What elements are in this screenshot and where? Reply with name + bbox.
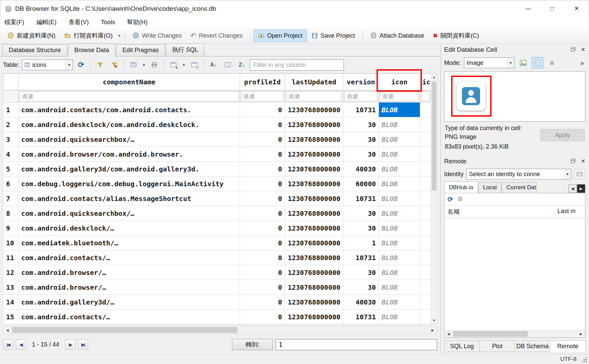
cell-lastUpdated[interactable]: 1230768000000	[285, 265, 343, 280]
cell-componentName[interactable]: com.android.contacts/com.android.contact…	[18, 103, 240, 117]
minimize-button[interactable]: —	[516, 0, 540, 17]
cell-lastUpdated[interactable]: 1230768000000	[285, 191, 343, 206]
cell-profileId[interactable]: 0	[240, 250, 285, 265]
close-panel-icon[interactable]: ✕	[581, 46, 585, 53]
text-view-button[interactable]	[532, 57, 543, 69]
clear-filters-button[interactable]	[108, 59, 120, 71]
cell-componentName[interactable]: com.android.contacts/…	[18, 310, 240, 324]
horizontal-scroll-track[interactable]	[11, 326, 429, 334]
cell-profileId[interactable]: 0	[240, 310, 285, 324]
global-filter-input[interactable]	[250, 59, 344, 71]
revert-changes-button[interactable]: ↶ Revert Changes	[186, 29, 247, 42]
filter-input-version[interactable]	[344, 91, 378, 101]
menu-tools[interactable]: Tools	[101, 19, 115, 26]
scroll-right-icon[interactable]: ▶	[429, 326, 437, 334]
scroll-left-icon[interactable]: ◀	[444, 330, 453, 337]
cell-icon[interactable]: BLOB	[379, 250, 420, 265]
cell-lastUpdated[interactable]: 1230768000000	[285, 162, 343, 176]
cell-version[interactable]: 40030	[343, 162, 379, 176]
cell-icon[interactable]: BLOB	[379, 176, 420, 191]
cell-lastUpdated[interactable]: 1230768000000	[285, 221, 343, 236]
edit-columns-button[interactable]	[222, 59, 234, 71]
cell-profileId[interactable]: 0	[240, 221, 285, 236]
apply-button[interactable]: Apply	[540, 129, 585, 141]
table-select[interactable]: icons ▾	[22, 59, 73, 70]
cell-lastUpdated[interactable]: 1230768000000	[285, 295, 343, 310]
maximize-button[interactable]: □	[540, 0, 564, 17]
cell-version[interactable]: 10731	[343, 191, 379, 206]
cell-version[interactable]: 60000	[343, 176, 379, 191]
vertical-scrollbar[interactable]: ▲ ▼	[431, 73, 437, 324]
scroll-down-icon[interactable]: ▼	[431, 317, 437, 324]
cell-version[interactable]: 30	[343, 206, 379, 221]
cell-partial[interactable]	[420, 295, 431, 310]
cell-componentName[interactable]: com.android.gallery3d/com.android.galler…	[18, 162, 240, 176]
cell-icon[interactable]: BLOB	[379, 117, 420, 132]
menu-edit[interactable]: 編輯(E)	[36, 18, 56, 26]
column-header-componentName[interactable]: componentName	[18, 74, 240, 90]
cell-lastUpdated[interactable]: 1230768000000	[285, 236, 343, 250]
tab-remote[interactable]: Remote	[550, 340, 586, 352]
vertical-scroll-track[interactable]	[431, 80, 437, 317]
toolbar-overflow-icon[interactable]: »	[580, 59, 585, 67]
cell-version[interactable]: 30	[343, 147, 379, 162]
cell-lastUpdated[interactable]: 1230768000000	[285, 117, 343, 132]
resize-grip[interactable]	[586, 361, 587, 362]
tab-plot[interactable]: Plot	[479, 340, 515, 352]
cell-version[interactable]: 30	[343, 265, 379, 280]
encoding-label[interactable]: UTF-8	[560, 356, 577, 363]
goto-record-input[interactable]	[276, 339, 437, 350]
export-table-button[interactable]	[127, 59, 140, 71]
save-project-button[interactable]: Save Project	[307, 29, 359, 42]
print-button[interactable]	[148, 59, 160, 71]
delete-record-button[interactable]: －	[188, 59, 200, 71]
filter-input-profileId[interactable]	[241, 91, 284, 101]
remote-scroll-track[interactable]	[453, 330, 577, 337]
menu-view[interactable]: 查看(V)	[69, 18, 89, 26]
cell-componentName[interactable]: com.android.deskclock/…	[18, 221, 240, 236]
cell-profileId[interactable]: 0	[240, 265, 285, 280]
attach-database-button[interactable]: Attach Database	[366, 29, 429, 42]
cell-profileId[interactable]: 0	[240, 176, 285, 191]
tabs-scroll-left-icon[interactable]: ◀	[568, 184, 577, 193]
tab-dbhub[interactable]: DBHub.io	[444, 181, 478, 193]
cell-componentName[interactable]: com.android.gallery3d/…	[18, 295, 240, 310]
tab-db-schema[interactable]: DB Schema	[515, 340, 550, 352]
menu-file[interactable]: 檔案(F)	[4, 18, 24, 26]
cell-partial[interactable]	[420, 236, 431, 250]
cell-icon[interactable]: BLOB	[379, 103, 420, 117]
cell-profileId[interactable]: 0	[240, 147, 285, 162]
tab-current-database[interactable]: Current Dat	[502, 182, 537, 193]
cell-lastUpdated[interactable]: 1230768000000	[285, 250, 343, 265]
cell-version[interactable]: 10731	[343, 250, 379, 265]
cell-componentName[interactable]: com.android.deskclock/com.android.deskcl…	[18, 117, 240, 132]
cell-lastUpdated[interactable]: 1230768000000	[285, 103, 343, 117]
cell-version[interactable]: 30	[343, 280, 379, 295]
cell-profileId[interactable]: 0	[240, 236, 285, 250]
cell-lastUpdated[interactable]: 1230768000000	[285, 147, 343, 162]
cell-profileId[interactable]: 0	[240, 103, 285, 117]
tab-local[interactable]: Local	[478, 182, 502, 193]
cell-version[interactable]: 1	[343, 236, 379, 250]
cell-partial[interactable]	[420, 265, 431, 280]
remote-scroll-thumb[interactable]	[453, 331, 528, 337]
cell-partial[interactable]	[420, 162, 431, 176]
cell-lastUpdated[interactable]: 1230768000000	[285, 310, 343, 324]
goto-button[interactable]: 轉到:	[232, 339, 273, 350]
cell-icon[interactable]: BLOB	[379, 221, 420, 236]
column-header-icon[interactable]: icon	[379, 74, 420, 90]
cell-lastUpdated[interactable]: 1230768000000	[285, 280, 343, 295]
cell-partial[interactable]	[420, 147, 431, 162]
cell-componentName[interactable]: com.android.browser/…	[18, 280, 240, 295]
close-panel-icon[interactable]: ✕	[581, 158, 585, 164]
cell-partial[interactable]	[420, 250, 431, 265]
cell-componentName[interactable]: com.android.quicksearchbox/…	[18, 206, 240, 221]
clone-database-icon[interactable]	[457, 196, 464, 203]
cell-icon[interactable]: BLOB	[379, 191, 420, 206]
cell-icon[interactable]: BLOB	[379, 280, 420, 295]
float-panel-icon[interactable]	[571, 47, 576, 52]
column-header-version[interactable]: version	[343, 74, 379, 90]
cell-lastUpdated[interactable]: 1230768000000	[285, 206, 343, 221]
remote-refresh-icon[interactable]: ⟳	[447, 195, 453, 203]
cell-profileId[interactable]: 0	[240, 295, 285, 310]
